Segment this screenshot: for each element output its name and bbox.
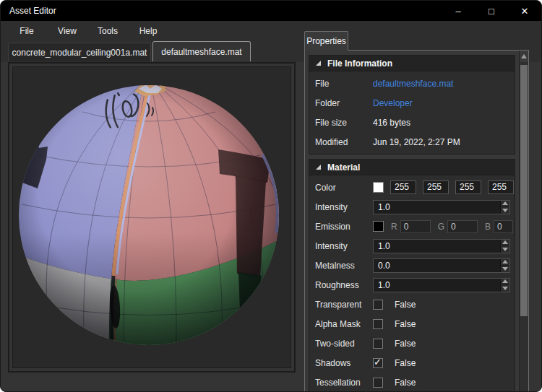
spin-up-button[interactable] [501,201,509,208]
tab-defaultmeshface[interactable]: defaultmeshface.mat [152,41,251,61]
maximize-button[interactable]: □ [475,1,508,21]
minimize-button[interactable]: – [442,1,475,21]
menu-item-tools[interactable]: Tools [87,21,128,40]
alpha-mask-checkbox[interactable] [373,319,383,329]
two-sided-row: Two-sided False [309,334,515,353]
window-title: Asset Editor [9,6,56,16]
material-preview-sphere [13,67,291,367]
modified-value: Jun 19, 2022, 2:27 PM [373,137,460,147]
file-size-value: 416 bytes [373,118,410,128]
scrollbar-up-button[interactable] [520,51,528,62]
menu-item-view[interactable]: View [47,21,87,40]
close-button[interactable]: ✕ [508,1,541,21]
spin-down-button[interactable] [501,285,509,292]
intensity-input[interactable]: 1.0 [373,200,510,214]
emission-swatch[interactable] [373,221,384,232]
material-section: Material Color 255 255 255 255 [309,159,515,392]
roughness-input[interactable]: 1.0 [373,278,510,292]
metalness-row: Metalness 0.0 [309,256,515,275]
file-size-row: File size 416 bytes [309,113,515,132]
metalness-input[interactable]: 0.0 [373,258,510,273]
titlebar: Asset Editor – □ ✕ [1,1,541,21]
spin-up-button[interactable] [501,259,509,266]
tessellation-row: Tessellation False [309,373,515,392]
asset-editor-window: Asset Editor – □ ✕ File View Tools Help … [0,0,542,392]
spin-down-button[interactable] [501,266,509,272]
transparent-checkbox[interactable] [373,300,383,310]
color-swatch[interactable] [373,182,384,193]
tab-concrete-modular-ceiling[interactable]: concrete_modular_ceiling001a.mat [8,43,151,61]
section-title: File Information [327,58,392,69]
spin-down-button[interactable] [501,246,509,253]
emission-row: Emission R 0 G 0 B 0 [309,217,515,236]
menu-item-file[interactable]: File [7,21,47,40]
material-header[interactable]: Material [309,160,515,175]
transparent-row: Transparent False [309,295,515,314]
file-information-header[interactable]: File Information [309,56,515,71]
color-b-input[interactable]: 255 [455,180,481,194]
file-row: File defaultmeshface.mat [309,74,515,93]
folder-row: Folder Developer [309,93,515,113]
color-r-input[interactable]: 255 [390,180,416,194]
emission-g-input[interactable]: 0 [447,220,478,233]
preview-viewport-inner [12,66,291,368]
menubar: File View Tools Help [7,21,168,40]
menu-item-help[interactable]: Help [128,21,168,40]
folder-link[interactable]: Developer [373,98,413,108]
emission-intensity-row: Intensity 1.0 [309,236,515,256]
color-row: Color 255 255 255 255 [309,178,515,197]
properties-scrollbar[interactable] [519,51,528,392]
spin-up-button[interactable] [501,240,509,247]
properties-content: File Information File defaultmeshface.ma… [305,51,519,392]
spin-down-button[interactable] [501,207,509,214]
emission-intensity-input[interactable]: 1.0 [373,239,510,253]
collapse-arrow-icon [316,165,321,170]
tab-properties[interactable]: Properties [304,31,348,51]
two-sided-checkbox[interactable] [373,339,383,349]
spin-up-button[interactable] [501,279,509,286]
modified-row: Modified Jun 19, 2022, 2:27 PM [309,132,515,152]
section-title: Material [327,162,360,173]
intensity-row: Intensity 1.0 [309,197,515,217]
scrollbar-thumb[interactable] [520,65,528,316]
properties-panel: File Information File defaultmeshface.ma… [304,50,529,392]
alpha-mask-row: Alpha Mask False [309,314,515,334]
color-a-input[interactable]: 255 [488,180,514,194]
roughness-row: Roughness 1.0 [309,275,515,295]
emission-b-input[interactable]: 0 [494,220,513,233]
preview-viewport[interactable] [8,62,296,373]
shadows-checkbox[interactable]: ✓ [373,358,383,368]
collapse-arrow-icon [316,61,321,66]
file-link[interactable]: defaultmeshface.mat [373,79,453,89]
shadows-row: Shadows ✓ False [309,353,515,373]
window-controls: – □ ✕ [442,1,541,21]
emission-r-input[interactable]: 0 [400,220,431,233]
color-g-input[interactable]: 255 [423,180,449,194]
file-information-section: File Information File defaultmeshface.ma… [309,55,515,154]
properties-tab-label: Properties [306,36,346,46]
tessellation-checkbox[interactable] [373,378,383,388]
